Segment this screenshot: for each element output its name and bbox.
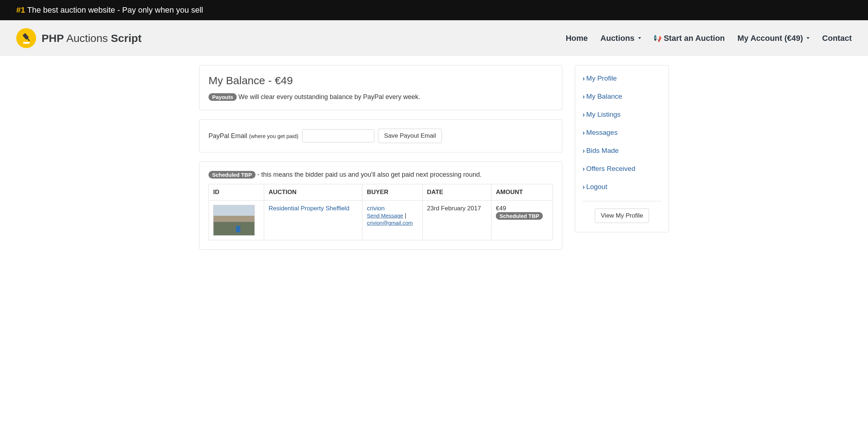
- col-amount: AMOUNT: [491, 184, 553, 201]
- send-message-link[interactable]: Send Message: [367, 212, 403, 219]
- col-buyer: BUYER: [362, 184, 422, 201]
- sidebar-item-logout[interactable]: ›Logout: [583, 183, 661, 191]
- chevron-right-icon: ›: [583, 111, 585, 119]
- nav-auctions[interactable]: Auctions: [601, 34, 641, 43]
- gavel-icon: [16, 28, 36, 48]
- logo-text: PHP Auctions Script: [42, 32, 142, 44]
- sidebar-item-label: Messages: [586, 129, 618, 137]
- payouts-description: We will clear every outstanding balance …: [239, 93, 420, 100]
- nav-contact[interactable]: Contact: [822, 34, 852, 43]
- sidebar-item-label: My Listings: [586, 111, 620, 119]
- bullhorn-icon: 📢: [654, 34, 662, 42]
- top-banner: #1 The best auction website - Pay only w…: [0, 0, 868, 20]
- page-title: My Balance - €49: [209, 74, 553, 87]
- save-payout-email-button[interactable]: Save Payout Email: [378, 129, 442, 143]
- sidebar-item-messages[interactable]: ›Messages: [583, 129, 661, 137]
- chevron-right-icon: ›: [583, 165, 585, 173]
- paypal-email-input[interactable]: [302, 129, 374, 142]
- nav-start-auction[interactable]: 📢Start an Auction: [654, 34, 725, 43]
- transaction-amount: €49: [496, 205, 548, 212]
- chevron-down-icon: [638, 37, 641, 39]
- pipe-separator: |: [403, 212, 406, 219]
- brand-part3: Script: [111, 32, 142, 44]
- sidebar-item-label: Bids Made: [586, 147, 619, 155]
- svg-rect-2: [23, 42, 30, 44]
- header: PHP Auctions Script Home Auctions 📢Start…: [0, 20, 868, 56]
- brand-part2: Auctions: [66, 32, 108, 44]
- svg-rect-1: [27, 38, 30, 41]
- sidebar-item-label: My Profile: [586, 74, 616, 82]
- chevron-down-icon: [807, 37, 809, 39]
- sidebar-item-label: Offers Received: [586, 165, 635, 173]
- transactions-panel: Scheduled TBP - this means the bidder pa…: [199, 162, 562, 250]
- chevron-right-icon: ›: [583, 129, 585, 137]
- banner-hash: #1: [16, 5, 25, 14]
- sidebar-item-label: My Balance: [586, 93, 622, 100]
- chevron-right-icon: ›: [583, 93, 585, 100]
- paypal-label-sub: (where you get paid): [249, 133, 298, 139]
- sidebar-item-my-listings[interactable]: ›My Listings: [583, 111, 661, 119]
- logo[interactable]: PHP Auctions Script: [16, 28, 142, 48]
- chevron-right-icon: ›: [583, 183, 585, 191]
- transaction-date: 23rd February 2017: [422, 201, 491, 240]
- status-badge: Scheduled TBP: [496, 212, 543, 220]
- divider: [583, 201, 661, 201]
- nav-start-label: Start an Auction: [664, 34, 725, 43]
- brand-part1: PHP: [42, 32, 64, 44]
- sidebar-item-offers-received[interactable]: ›Offers Received: [583, 165, 661, 173]
- sidebar-item-bids-made[interactable]: ›Bids Made: [583, 147, 661, 155]
- main-nav: Home Auctions 📢Start an Auction My Accou…: [566, 34, 852, 43]
- sidebar-item-my-balance[interactable]: ›My Balance: [583, 93, 661, 100]
- transactions-table: ID AUCTION BUYER DATE AMOUNT Residential…: [209, 184, 553, 240]
- nav-auctions-label: Auctions: [601, 34, 635, 43]
- nav-account-label: My Account (€49): [738, 34, 803, 43]
- col-id: ID: [209, 184, 264, 201]
- payout-email-panel: PayPal Email (where you get paid) Save P…: [199, 119, 562, 153]
- auction-thumbnail[interactable]: [213, 205, 255, 236]
- buyer-email-link[interactable]: crivion@gmail.com: [367, 220, 413, 226]
- scheduled-tbp-badge: Scheduled TBP: [209, 171, 255, 179]
- scheduled-tbp-description: - this means the bidder paid us and you'…: [257, 171, 482, 178]
- paypal-label-main: PayPal Email: [209, 132, 249, 139]
- banner-text: The best auction website - Pay only when…: [27, 5, 203, 14]
- col-auction: AUCTION: [264, 184, 362, 201]
- table-row: Residential Property Sheffield crivion S…: [209, 201, 553, 240]
- sidebar-item-label: Logout: [586, 183, 607, 191]
- view-my-profile-button[interactable]: View My Profile: [595, 209, 649, 223]
- balance-panel: My Balance - €49 Payouts We will clear e…: [199, 65, 562, 110]
- account-sidebar: ›My Profile ›My Balance ›My Listings ›Me…: [575, 65, 669, 232]
- sidebar-item-my-profile[interactable]: ›My Profile: [583, 74, 661, 82]
- auction-link[interactable]: Residential Property Sheffield: [268, 205, 349, 212]
- col-date: DATE: [422, 184, 491, 201]
- nav-my-account[interactable]: My Account (€49): [738, 34, 809, 43]
- chevron-right-icon: ›: [583, 74, 585, 82]
- buyer-link[interactable]: crivion: [367, 205, 384, 212]
- nav-home[interactable]: Home: [566, 34, 588, 43]
- payouts-badge: Payouts: [209, 93, 237, 101]
- chevron-right-icon: ›: [583, 147, 585, 155]
- paypal-email-label: PayPal Email (where you get paid): [209, 132, 298, 140]
